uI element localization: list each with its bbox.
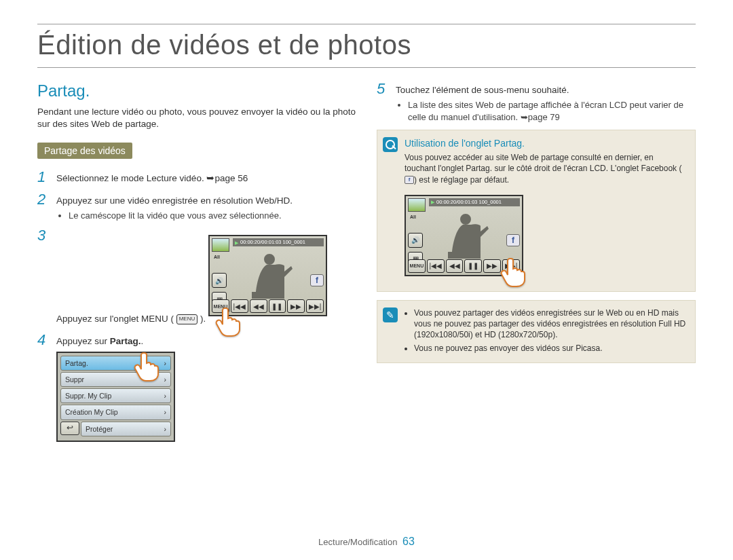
footer-section: Lecture/Modification	[318, 537, 397, 547]
step-1: 1 Sélectionnez le mode Lecture vidéo. ➥p…	[37, 170, 356, 185]
rewind-button[interactable]: ◀◀	[446, 259, 464, 273]
step-text: Touchez l'élément de sous-menu souhaité.	[396, 85, 569, 95]
step-bold: Partag.	[110, 336, 141, 346]
info-box-onglet: Utilisation de l'onglet Partag. Vous pou…	[377, 130, 696, 292]
chevron-right-icon: ›	[164, 391, 167, 400]
facebook-tab[interactable]: f	[310, 274, 324, 286]
all-label: All	[214, 254, 220, 260]
step-text: Sélectionnez le mode Lecture vidéo. ➥pag…	[56, 170, 248, 185]
chevron-right-icon: ›	[164, 424, 167, 434]
note-item: Vous ne pouvez pas envoyer des vidéos su…	[414, 343, 687, 354]
chevron-right-icon: ›	[164, 375, 167, 384]
time-counter: 00:00:20/00:01:03 100_0001	[233, 238, 324, 246]
lcd-screenshot-1: 00:00:20/00:01:03 100_0001 All 🔊 ▦ f	[208, 235, 327, 316]
step-number: 1	[37, 170, 50, 185]
step-3: 3 Appuyez sur l'onglet MENU ( MENU ). 00…	[37, 228, 356, 325]
menu-item-creation-myclip[interactable]: Création My Clip›	[60, 405, 171, 419]
info-box-note: Vous pouvez partager des vidéos enregist…	[377, 300, 696, 363]
thumbnail-icon	[408, 198, 426, 212]
step-text: Appuyez sur l'onglet MENU (	[56, 314, 174, 324]
touch-hand-icon	[212, 305, 244, 337]
subsection-badge: Partage des vidéos	[37, 143, 132, 159]
step-number: 2	[37, 192, 50, 222]
intro-text: Pendant une lecture vidéo ou photo, vous…	[37, 106, 356, 130]
next-button[interactable]: ▶▶|	[306, 299, 324, 313]
page-footer: Lecture/Modification 63	[0, 536, 733, 548]
magnifier-icon	[383, 137, 398, 152]
silhouette-icon	[444, 210, 491, 259]
rewind-button[interactable]: ◀◀	[250, 299, 267, 313]
forward-button[interactable]: ▶▶	[287, 299, 305, 313]
time-counter: 00:00:20/00:01:03 100_0001	[429, 198, 520, 206]
step-bullet: La liste des sites Web de partage affich…	[408, 99, 696, 123]
thumbnail-icon	[212, 238, 229, 252]
touch-hand-icon	[497, 256, 529, 287]
step-bullet: Le caméscope lit la vidéo que vous avez …	[69, 210, 293, 222]
chevron-right-icon: ›	[164, 407, 167, 417]
facebook-tab[interactable]: f	[506, 234, 520, 246]
menu-icon: MENU	[176, 314, 198, 324]
chevron-right-icon: ›	[164, 358, 167, 368]
step-number: 3	[37, 228, 50, 325]
prev-button[interactable]: |◀◀	[427, 259, 445, 273]
menu-button[interactable]: MENU	[408, 259, 426, 273]
info-body: Vous pouvez accéder au site Web de parta…	[405, 152, 687, 185]
step-text: .	[141, 336, 144, 346]
page-title: Édition de vidéos et de photos	[37, 24, 696, 68]
step-2: 2 Appuyez sur une vidéo enregistrée en r…	[37, 192, 356, 222]
pencil-icon	[383, 307, 398, 322]
silhouette-icon	[248, 250, 295, 299]
step-number: 4	[37, 333, 50, 442]
menu-item-suppr-myclip[interactable]: Suppr. My Clip›	[60, 388, 171, 403]
back-button[interactable]: ↩	[60, 422, 79, 435]
menu-list-screenshot: Partag.› Suppr› Suppr. My Clip› Création…	[56, 352, 175, 442]
touch-hand-icon	[131, 350, 162, 381]
step-text: ).	[200, 314, 206, 324]
step-number: 5	[377, 81, 389, 123]
step-text: Appuyez sur une vidéo enregistrée en rés…	[56, 195, 293, 206]
note-item: Vous pouvez partager des vidéos enregist…	[414, 307, 687, 341]
all-label: All	[410, 214, 416, 220]
menu-item-proteger[interactable]: Protéger›	[81, 422, 171, 436]
page-number: 63	[402, 536, 415, 547]
speaker-button[interactable]: 🔊	[408, 233, 423, 248]
step-5: 5 Touchez l'élément de sous-menu souhait…	[377, 81, 696, 123]
pause-button[interactable]: ❚❚	[269, 299, 286, 313]
speaker-button[interactable]: 🔊	[212, 273, 227, 288]
info-title: Utilisation de l'onglet Partag.	[405, 137, 687, 150]
pause-button[interactable]: ❚❚	[464, 259, 482, 273]
step-text: Appuyez sur	[56, 336, 110, 346]
step-4: 4 Appuyez sur Partag.. Partag.› Suppr› S…	[37, 333, 356, 442]
section-heading: Partag.	[37, 81, 356, 100]
facebook-icon: f	[405, 176, 414, 184]
